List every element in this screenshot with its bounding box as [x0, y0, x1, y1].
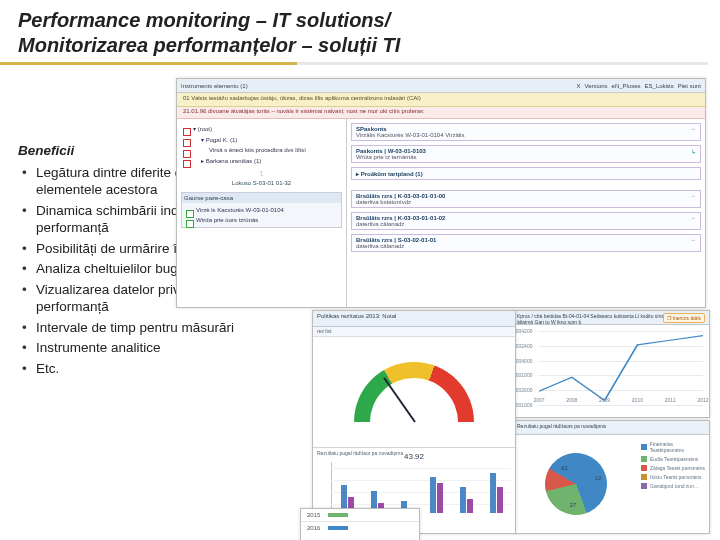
- toolbar-btn[interactable]: eN_Pluses: [612, 83, 641, 89]
- year-row: 2016: [301, 521, 419, 534]
- result-card[interactable]: → Brsūlāts rzrs | S-03-02-01-01 daterliv…: [351, 234, 701, 252]
- highlight-row-red: 21.01.96 divuane ātvatājas torās – novāi…: [177, 107, 705, 119]
- gauge-needle-icon: [383, 377, 416, 422]
- arrow-icon: →: [690, 215, 696, 221]
- bar-pair: [490, 473, 503, 513]
- toolbar-btn[interactable]: Piet sunt: [678, 83, 701, 89]
- legend-item: Finetnelas Tearētpasmēns: [641, 441, 707, 453]
- card-sub: daterliva cālanadz: [356, 221, 696, 227]
- gauge-subtitle: rez list: [313, 327, 515, 337]
- arrow-icon: ↳: [691, 148, 696, 155]
- right-cards-column: → SPaskonts Virzālis Kacsturēs W-03-01-0…: [347, 119, 705, 307]
- title-romanian: Monitorizarea performanțelor – soluții T…: [18, 34, 400, 56]
- info-card[interactable]: → SPaskonts Virzālis Kacsturēs W-03-01-0…: [351, 123, 701, 141]
- line-chart: 1004200100240010040001001000100260010010…: [539, 331, 703, 405]
- highlight-row-yellow: 01 Valsts iestāžu sadarbojas ūstāju, ūkz…: [177, 93, 705, 107]
- line-screenshot: Kpros / chā bettidas Bt-04-01-04 Setlasa…: [512, 310, 710, 418]
- pie-screenshot: Rezultatu pogal rādītaors pa novadipma 6…: [512, 420, 710, 534]
- card-sub: daterliva bstatonīvdz: [356, 199, 696, 205]
- export-button[interactable]: ❐ Inercns ātāls: [663, 313, 705, 323]
- sub-item[interactable]: Virzē ls Kacsturēs W-03-01-0104: [184, 205, 339, 215]
- tree-node[interactable]: ▸ Barkana urenišas (1): [181, 155, 342, 166]
- info-card[interactable]: ↳ Paskonts | W-03-01-0103 Wrūta prie tz …: [351, 145, 701, 163]
- top-toolbar: Instruments elementu (1) X Versions eN_P…: [177, 79, 705, 93]
- legend-item: Eudla Tearētpasmēns: [641, 456, 707, 462]
- toolbar-btn[interactable]: Versions: [585, 83, 608, 89]
- card-sub: daterliva cālanadz: [356, 243, 696, 249]
- arrow-icon: →: [690, 193, 696, 199]
- bar-pair: [430, 477, 443, 513]
- card-sub: Wrūta prie tz ternāmās: [356, 154, 696, 160]
- x-tick: 2012: [697, 397, 708, 403]
- gauge-title: Politikas rezītatos 2013: Notal: [313, 311, 515, 327]
- info-card[interactable]: ▸ Proākūm tartpland (1): [351, 167, 701, 180]
- list-item: Instrumente analitice: [18, 339, 288, 357]
- pie-title: Rezultatu pogal rādītaors pa novadipma: [513, 421, 709, 435]
- x-tick: 2010: [632, 397, 643, 403]
- toolbar-btn[interactable]: X: [577, 83, 581, 89]
- gauge-chart: 43.92: [313, 337, 515, 447]
- sub-item[interactable]: Wtrda prie ūors tzrūnās: [184, 215, 339, 225]
- legend-item: Ganabjord tond zun…: [641, 483, 707, 489]
- tree-node[interactable]: ▾ Pogal K. (1): [181, 134, 342, 145]
- bar-pair: [460, 487, 473, 513]
- x-tick: 2008: [566, 397, 577, 403]
- pie-slice-label: 61: [561, 465, 568, 471]
- title-underline: [0, 62, 708, 65]
- pie-chart: 61 27 12: [534, 442, 619, 527]
- app-screenshot-main: Instruments elementu (1) X Versions eN_P…: [176, 78, 706, 308]
- sub-block-title: Gaurse paze-casa: [182, 193, 341, 203]
- card-sub: Virzālis Kacsturēs W-03-01-0104 Virzālis: [356, 132, 696, 138]
- x-tick: 2007: [533, 397, 544, 403]
- x-tick: 2009: [599, 397, 610, 403]
- year-legend-card: 20152016: [300, 508, 420, 540]
- link-arrow-icon: ⤵: [181, 170, 342, 176]
- toolbar-btn[interactable]: ES_Lokāts: [645, 83, 674, 89]
- bar-chart-title: Rezultatu pogal rādītaor pa novadipma: [317, 450, 403, 456]
- legend-item: Zālaga Tearēt pansmēns: [641, 465, 707, 471]
- pie-slice-label: 12: [595, 475, 602, 481]
- pie-legend: Finetnelas TearētpasmēnsEudla Tearētpasm…: [639, 435, 709, 533]
- legend-item: Ilūstu Tearēt pansmēns: [641, 474, 707, 480]
- result-card[interactable]: → Brsūlāts rzrs | K-03-03-01-01-00 dater…: [351, 190, 701, 208]
- gauge-screenshot: Politikas rezītatos 2013: Notal rez list…: [312, 310, 516, 534]
- sub-block: Gaurse paze-casa Virzē ls Kacsturēs W-03…: [181, 192, 342, 228]
- arrow-icon: →: [690, 237, 696, 243]
- list-item: Intervale de timp pentru măsurări: [18, 319, 288, 337]
- title-english: Performance monitoring – IT solutions/: [18, 9, 390, 31]
- card-title: ▸ Proākūm tartpland (1): [356, 170, 696, 177]
- toolbar-label: Instruments elementu (1): [181, 83, 248, 89]
- link-code: Lokuso S-03-01 01-32: [181, 180, 342, 186]
- result-card[interactable]: → Brsūlāts rzrs | K-03-03-01-01-02 dater…: [351, 212, 701, 230]
- line-path: [539, 331, 703, 405]
- left-tree-column: ▾ (root) ▾ Pogal K. (1) Virsā s ēneci kt…: [177, 119, 347, 307]
- arrow-icon: →: [690, 126, 696, 132]
- tree-node[interactable]: Virsā s ēneci ktis procedbra dvs līlīsī: [181, 145, 342, 155]
- list-item: Etc.: [18, 360, 288, 378]
- pie-slice-label: 27: [570, 502, 577, 508]
- tree-node[interactable]: ▾ (root): [181, 123, 342, 134]
- year-row: 2015: [301, 509, 419, 521]
- x-tick: 2011: [665, 397, 676, 403]
